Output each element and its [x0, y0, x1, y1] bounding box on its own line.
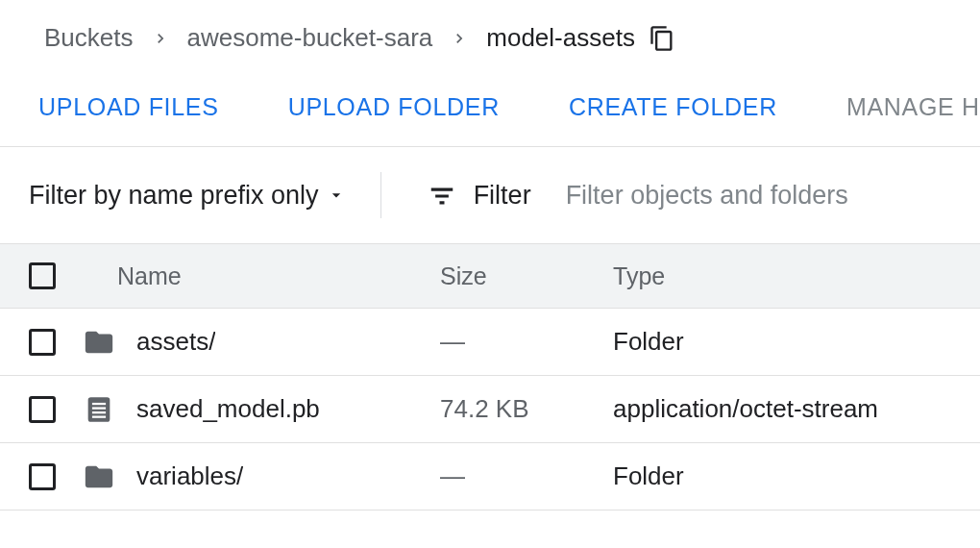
item-type: application/octet-stream [613, 394, 980, 424]
svg-rect-1 [92, 402, 106, 404]
column-header-name[interactable]: Name [83, 262, 440, 290]
item-size: — [440, 327, 613, 357]
svg-rect-4 [92, 415, 106, 417]
filter-prefix-label: Filter by name prefix only [29, 181, 319, 211]
svg-rect-3 [92, 411, 106, 412]
chevron-right-icon [450, 29, 469, 48]
item-size: — [440, 461, 613, 491]
breadcrumb-bucket[interactable]: awesome-bucket-sara [187, 23, 433, 53]
table-header: Name Size Type [0, 243, 980, 309]
upload-folder-button[interactable]: UPLOAD FOLDER [288, 93, 500, 121]
row-checkbox[interactable] [29, 396, 56, 423]
folder-icon [83, 461, 115, 493]
action-toolbar: UPLOAD FILES UPLOAD FOLDER CREATE FOLDER… [0, 76, 980, 146]
breadcrumb: Buckets awesome-bucket-sara model-assets [0, 0, 980, 76]
table-row[interactable]: variables/ — Folder [0, 443, 980, 511]
filter-bar: Filter by name prefix only Filter [0, 147, 980, 243]
item-size: 74.2 KB [440, 394, 613, 424]
svg-rect-2 [92, 407, 106, 409]
row-checkbox[interactable] [29, 329, 56, 356]
folder-icon [83, 326, 115, 359]
copy-icon[interactable] [649, 25, 675, 52]
item-type: Folder [613, 327, 980, 357]
item-type: Folder [613, 461, 980, 491]
create-folder-button[interactable]: CREATE FOLDER [569, 93, 777, 121]
filter-control[interactable]: Filter [428, 181, 531, 211]
breadcrumb-current: model-assets [486, 23, 635, 53]
column-header-type[interactable]: Type [613, 262, 980, 290]
upload-files-button[interactable]: UPLOAD FILES [38, 93, 219, 121]
objects-table: Name Size Type assets/ — Folder saved_mo… [0, 243, 980, 511]
table-row[interactable]: assets/ — Folder [0, 309, 980, 376]
filter-input[interactable] [566, 181, 912, 211]
manage-holds-button[interactable]: MANAGE H [846, 93, 980, 121]
filter-label: Filter [474, 181, 531, 211]
item-name[interactable]: assets/ [136, 327, 215, 357]
table-row[interactable]: saved_model.pb 74.2 KB application/octet… [0, 376, 980, 443]
row-checkbox[interactable] [29, 463, 56, 490]
item-name[interactable]: variables/ [136, 461, 243, 491]
filter-icon [428, 181, 456, 210]
chevron-right-icon [151, 29, 170, 48]
item-name[interactable]: saved_model.pb [136, 394, 320, 424]
column-header-size[interactable]: Size [440, 262, 613, 290]
select-all-checkbox[interactable] [29, 262, 56, 289]
vertical-divider [380, 172, 381, 218]
breadcrumb-root[interactable]: Buckets [44, 23, 134, 53]
filter-prefix-dropdown[interactable]: Filter by name prefix only [29, 181, 346, 211]
file-icon [83, 393, 115, 426]
dropdown-arrow-icon [327, 186, 346, 205]
svg-rect-0 [88, 397, 110, 422]
